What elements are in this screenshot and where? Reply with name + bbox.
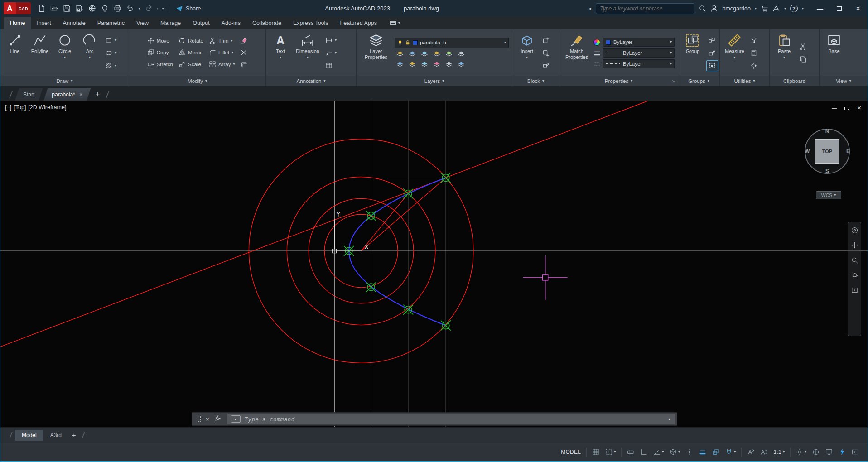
viewcube-west[interactable]: W [805, 148, 810, 154]
quick-properties-button[interactable] [823, 446, 835, 458]
offset-button[interactable] [238, 59, 249, 70]
line-button[interactable]: Line [4, 31, 26, 75]
viewport-visual-style-control[interactable]: [2D Wireframe] [28, 104, 66, 111]
help-button[interactable]: ? [790, 5, 798, 12]
dialog-launcher-icon[interactable]: ↘ [672, 78, 675, 83]
command-line[interactable]: × ▸ ▴ [192, 412, 677, 426]
construction-ray[interactable] [0, 101, 648, 346]
base-button[interactable]: Base [823, 31, 845, 75]
dynamic-input-button[interactable] [625, 446, 637, 458]
autodesk-apps-button[interactable] [772, 5, 780, 12]
tab-parametric[interactable]: Parametric [92, 17, 130, 29]
layer-dropdown[interactable]: parabola_b ▾ [395, 38, 509, 48]
measure-button[interactable]: Measure▾ [723, 31, 746, 75]
quick-calc-button[interactable] [748, 48, 759, 58]
command-history-button[interactable]: ▴ [668, 417, 671, 421]
command-customize-button[interactable] [214, 415, 221, 423]
viewcube-south[interactable]: S [825, 168, 829, 174]
tab-output[interactable]: Output [187, 17, 216, 29]
group-edit-button[interactable] [706, 48, 718, 58]
username-label[interactable]: bmcgarrido [722, 5, 751, 12]
viewport-restore-button[interactable] [844, 106, 849, 110]
ribbon-display-toggle[interactable]: ▾ [386, 17, 404, 29]
open-file-button[interactable] [48, 2, 60, 14]
redo-dropdown-button[interactable]: ▾ [155, 2, 160, 14]
color-picker-button[interactable] [593, 39, 601, 46]
orbit-button[interactable] [850, 271, 858, 279]
maximize-button[interactable] [829, 0, 849, 17]
modify-panel-title[interactable]: Modify▾ [129, 76, 265, 86]
layout-tab-model[interactable]: Model [15, 430, 43, 441]
open-web-mobile-button[interactable] [86, 2, 98, 14]
drawing-svg[interactable]: YX [0, 101, 868, 427]
tab-insert[interactable]: Insert [31, 17, 57, 29]
cut-button[interactable] [798, 41, 809, 52]
save-as-button[interactable] [73, 2, 86, 14]
chevron-down-icon[interactable]: ▾ [755, 7, 757, 10]
mirror-button[interactable]: Mirror [177, 47, 205, 58]
rotate-button[interactable]: Rotate [177, 35, 205, 46]
erase-button[interactable] [238, 35, 249, 46]
arc-button[interactable]: Arc▾ [78, 31, 101, 75]
quick-select-button[interactable] [748, 35, 759, 46]
tab-featured-apps[interactable]: Featured Apps [334, 17, 383, 29]
clean-screen-button[interactable] [849, 446, 861, 458]
match-properties-button[interactable]: Match Properties [563, 31, 591, 75]
showmotion-button[interactable] [850, 286, 858, 294]
object-color-dropdown[interactable]: ByLayer▾ [603, 38, 675, 47]
save-button[interactable] [61, 2, 73, 14]
tab-express-tools[interactable]: Express Tools [287, 17, 334, 29]
tab-collaborate[interactable]: Collaborate [246, 17, 287, 29]
save-web-mobile-button[interactable] [99, 2, 111, 14]
fillet-button[interactable]: Fillet▾ [207, 47, 237, 58]
search-input[interactable] [600, 5, 690, 12]
layers-panel-title[interactable]: Layers▾ [357, 76, 512, 86]
utilities-panel-title[interactable]: Utilities▾ [720, 76, 769, 86]
store-cart-button[interactable] [761, 5, 768, 12]
layer-unlock-button[interactable] [431, 60, 442, 69]
tab-addins[interactable]: Add-ins [216, 17, 246, 29]
draw-panel-title[interactable]: Draw▾ [0, 76, 129, 86]
new-file-button[interactable] [35, 2, 48, 14]
move-button[interactable]: Move [145, 35, 175, 46]
viewport-close-button[interactable]: × [857, 104, 861, 111]
viewport-view-control[interactable]: [Top] [14, 104, 26, 111]
command-close-button[interactable]: × [206, 416, 209, 423]
qat-customize-button[interactable]: ▾ [160, 2, 165, 14]
workspace-switching-button[interactable]: ▾ [794, 446, 809, 458]
undo-dropdown-button[interactable]: ▾ [137, 2, 142, 14]
annotation-panel-title[interactable]: Annotation▾ [266, 76, 356, 86]
id-point-button[interactable] [748, 60, 759, 71]
search-box[interactable] [596, 3, 694, 14]
layer-previous-button[interactable] [444, 60, 454, 69]
osnap-tracking-button[interactable] [684, 446, 695, 458]
command-input[interactable] [245, 416, 665, 423]
file-tab-parabola[interactable]: parabola*× [43, 88, 91, 101]
new-layout-button[interactable]: + [68, 430, 79, 441]
layout-tab-a3rd[interactable]: A3rd [43, 430, 68, 441]
paste-button[interactable]: Paste▾ [773, 31, 796, 75]
annotation-scale-button[interactable]: 1:1▾ [771, 446, 787, 458]
layer-lock-button[interactable] [431, 49, 442, 58]
circle-button[interactable]: Circle▾ [53, 31, 76, 75]
plot-button[interactable] [111, 2, 124, 14]
layer-make-current-button[interactable] [444, 49, 454, 58]
tab-manage[interactable]: Manage [154, 17, 187, 29]
search-button[interactable] [699, 5, 706, 12]
leader-button[interactable]: ▾ [323, 48, 338, 58]
block-editor-button[interactable] [540, 60, 551, 71]
file-tab-start[interactable]: Start [15, 88, 43, 101]
command-input-area[interactable]: ▸ ▴ [227, 414, 675, 424]
chevron-down-icon[interactable]: ▾ [784, 7, 786, 10]
share-button[interactable]: Share [173, 2, 203, 14]
selection-cycling-button[interactable] [710, 446, 722, 458]
ortho-button[interactable] [638, 446, 650, 458]
viewcube-east[interactable]: E [846, 148, 850, 154]
layer-walk-button[interactable] [456, 60, 467, 69]
layer-match-button[interactable] [456, 49, 467, 58]
undo-button[interactable] [124, 2, 136, 14]
block-panel-title[interactable]: Block▾ [512, 76, 559, 86]
layer-freeze-button[interactable] [419, 49, 430, 58]
scale-button[interactable]: Scale [177, 59, 205, 70]
annotation-autoscale-button[interactable] [758, 446, 770, 458]
